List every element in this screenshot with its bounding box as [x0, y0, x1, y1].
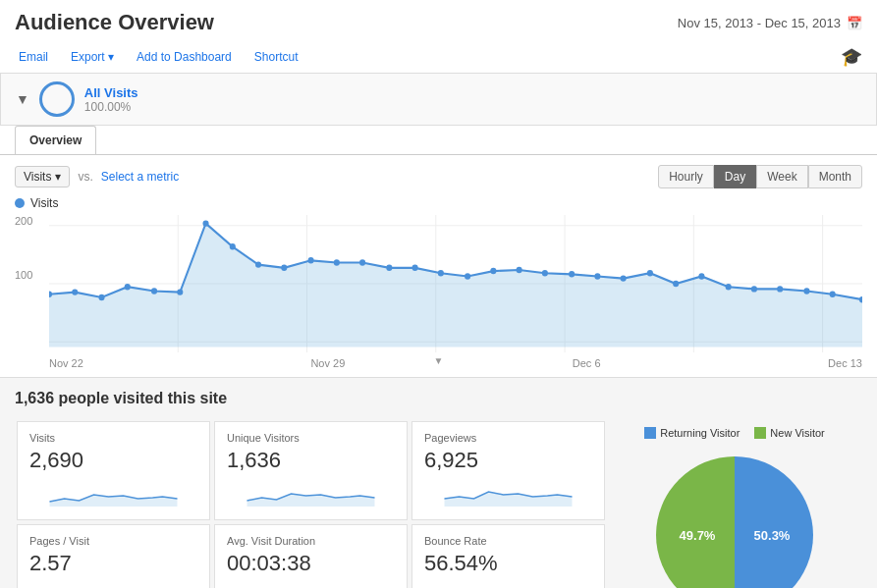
- svg-point-12: [98, 294, 104, 300]
- svg-point-33: [647, 270, 653, 276]
- month-button[interactable]: Month: [808, 165, 862, 188]
- svg-text:50.3%: 50.3%: [754, 528, 791, 543]
- date-range: Nov 15, 2013 - Dec 15, 2013 📅: [678, 16, 862, 30]
- export-button[interactable]: Export ▾: [67, 48, 118, 66]
- pie-chart: 49.7% 50.3%: [636, 447, 833, 588]
- chart-area: 200 100: [15, 215, 862, 352]
- svg-point-14: [151, 288, 157, 294]
- svg-point-37: [751, 286, 757, 292]
- email-button[interactable]: Email: [15, 48, 52, 66]
- stat-value-bounce: 56.54%: [424, 551, 592, 576]
- svg-point-22: [359, 259, 365, 265]
- time-buttons: Hourly Day Week Month: [658, 165, 862, 188]
- stat-label-pageviews: Pageviews: [424, 432, 592, 444]
- segment-circle: [39, 81, 75, 117]
- calendar-icon: 📅: [847, 16, 862, 30]
- stats-section: 1,636 people visited this site Visits 2,…: [0, 378, 877, 588]
- stat-card-pages-visit: Pages / Visit 2.57: [17, 524, 210, 588]
- segment-info: All Visits 100.00%: [84, 85, 138, 114]
- legend-dot: [15, 198, 25, 208]
- svg-point-20: [308, 257, 314, 263]
- legend-returning-label: Returning Visitor: [660, 427, 740, 439]
- stats-title: 1,636 people visited this site: [15, 390, 862, 407]
- svg-point-40: [830, 292, 836, 297]
- date-range-text: Nov 15, 2013 - Dec 15, 2013: [678, 16, 841, 30]
- stat-label-unique: Unique Visitors: [227, 432, 395, 444]
- svg-point-15: [177, 289, 183, 294]
- svg-point-38: [777, 286, 783, 292]
- metric-label: Visits: [24, 170, 51, 184]
- sparkline-bounce: [424, 580, 592, 588]
- add-to-dashboard-button[interactable]: Add to Dashboard: [133, 48, 236, 66]
- stat-card-duration: Avg. Visit Duration 00:03:38: [214, 524, 408, 588]
- y-label-200: 200: [15, 215, 32, 227]
- svg-point-24: [412, 265, 418, 271]
- x-labels: Nov 22 Nov 29 Dec 6 Dec 13: [49, 355, 862, 369]
- x-label-dec13: Dec 13: [828, 357, 862, 369]
- legend-label: Visits: [30, 196, 58, 210]
- stat-label-pages-visit: Pages / Visit: [29, 535, 197, 547]
- sparkline-duration: [227, 580, 395, 588]
- shortcut-button[interactable]: Shortcut: [250, 48, 302, 66]
- x-label-nov22: Nov 22: [49, 357, 83, 369]
- help-icon: 🎓: [841, 46, 862, 68]
- svg-text:49.7%: 49.7%: [680, 528, 716, 543]
- sparkline-unique: [227, 477, 395, 507]
- legend-new: New Visitor: [754, 427, 824, 439]
- stat-value-visits: 2,690: [29, 448, 197, 473]
- pie-legend: Returning Visitor New Visitor: [644, 427, 825, 439]
- stat-label-bounce: Bounce Rate: [424, 535, 592, 547]
- dropdown-arrow: ▾: [55, 170, 61, 184]
- tab-overview[interactable]: Overview: [15, 126, 96, 154]
- hourly-button[interactable]: Hourly: [658, 165, 714, 188]
- title-row: Audience Overview Nov 15, 2013 - Dec 15,…: [15, 10, 862, 35]
- svg-point-25: [438, 270, 444, 276]
- chart-section: Visits ▾ vs. Select a metric Hourly Day …: [0, 155, 877, 378]
- stat-value-duration: 00:03:38: [227, 551, 395, 576]
- stat-label-visits: Visits: [29, 432, 197, 444]
- stats-row-2: Pages / Visit 2.57 Avg. Visit Duration 0…: [15, 522, 607, 588]
- week-button[interactable]: Week: [756, 165, 807, 188]
- segment-bar: ▼ All Visits 100.00%: [0, 74, 877, 126]
- select-metric-link[interactable]: Select a metric: [101, 170, 179, 184]
- sparkline-pages: [29, 580, 197, 588]
- stat-card-unique: Unique Visitors 1,636: [214, 421, 408, 520]
- svg-point-29: [542, 270, 548, 276]
- svg-point-18: [255, 261, 261, 267]
- sparkline-pageviews: [424, 477, 592, 507]
- chart-controls: Visits ▾ vs. Select a metric Hourly Day …: [15, 165, 862, 188]
- page-title: Audience Overview: [15, 10, 214, 35]
- legend-returning: Returning Visitor: [644, 427, 740, 439]
- segment-name: All Visits: [84, 85, 138, 100]
- svg-point-27: [490, 268, 496, 274]
- stats-row-1: Visits 2,690 Unique Visitors 1,636: [15, 419, 607, 522]
- main-chart: [49, 215, 862, 352]
- svg-point-32: [621, 275, 627, 281]
- svg-point-11: [72, 289, 78, 294]
- tab-bar: Overview: [0, 126, 877, 155]
- svg-marker-9: [49, 224, 862, 347]
- segment-chevron[interactable]: ▼: [16, 91, 29, 107]
- svg-point-36: [726, 284, 732, 290]
- stat-label-duration: Avg. Visit Duration: [227, 535, 395, 547]
- y-label-100: 100: [15, 269, 32, 281]
- svg-point-39: [803, 288, 809, 294]
- stat-value-pageviews: 6,925: [424, 448, 592, 473]
- svg-point-34: [673, 281, 679, 287]
- stats-left: Visits 2,690 Unique Visitors 1,636: [15, 419, 607, 588]
- stat-card-visits: Visits 2,690: [17, 421, 210, 520]
- stat-card-pageviews: Pageviews 6,925: [411, 421, 605, 520]
- svg-point-23: [386, 265, 392, 271]
- pie-section: Returning Visitor New Visitor 49.7% 50.3…: [607, 419, 862, 588]
- legend-new-box: [754, 427, 766, 439]
- stat-value-unique: 1,636: [227, 448, 395, 473]
- svg-point-16: [203, 220, 209, 226]
- segment-percentage: 100.00%: [84, 100, 138, 114]
- metric-dropdown[interactable]: Visits ▾: [15, 166, 70, 187]
- chart-legend: Visits: [15, 196, 862, 210]
- legend-new-label: New Visitor: [770, 427, 824, 439]
- sparkline-visits: [29, 477, 197, 507]
- svg-point-31: [594, 273, 600, 279]
- legend-returning-box: [644, 427, 656, 439]
- day-button[interactable]: Day: [714, 165, 756, 188]
